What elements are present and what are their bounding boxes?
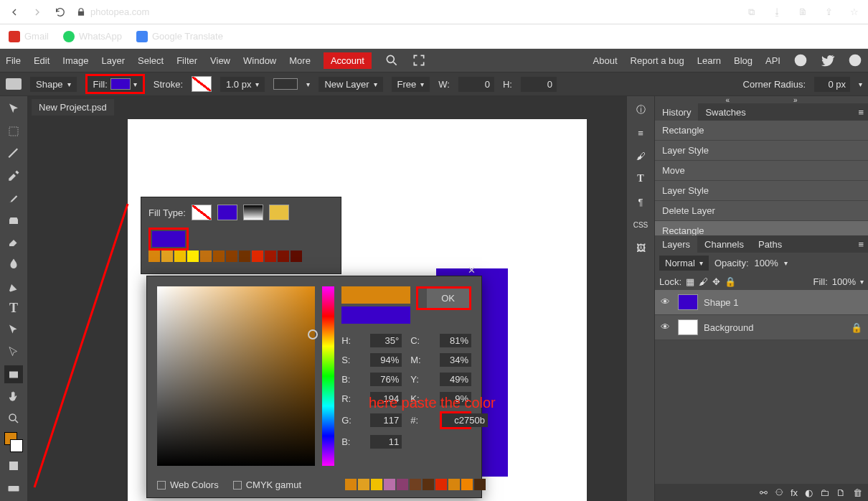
star-icon[interactable]: ☆ — [848, 6, 861, 19]
menu-image[interactable]: Image — [62, 55, 88, 66]
fill-type-pattern[interactable] — [269, 205, 289, 220]
swatch[interactable] — [187, 250, 199, 262]
stroke-style[interactable] — [273, 78, 298, 90]
tab-paths[interactable]: Paths — [751, 235, 789, 253]
css-panel-icon[interactable]: CSS — [631, 215, 650, 234]
menu-select[interactable]: Select — [138, 55, 164, 66]
lock-move-icon[interactable]: ✥ — [712, 276, 720, 287]
swatch[interactable] — [291, 250, 302, 262]
layer-fill-value[interactable]: 100% — [832, 276, 856, 287]
reddit-icon[interactable] — [793, 53, 808, 67]
keyboard-icon[interactable] — [4, 479, 23, 497]
g-input[interactable] — [370, 413, 402, 427]
swatch[interactable] — [213, 250, 225, 262]
swatch[interactable] — [239, 250, 250, 262]
menu-filter[interactable]: Filter — [176, 55, 197, 66]
paragraph-panel-icon[interactable]: ¶ — [631, 192, 650, 211]
back-button[interactable] — [7, 5, 22, 19]
newlayer-dropdown[interactable]: New Layer▾ — [319, 77, 382, 92]
k-input[interactable] — [440, 392, 471, 406]
fill-type-none[interactable] — [192, 205, 212, 220]
swatch[interactable] — [435, 479, 447, 490]
mask-icon[interactable]: ◐ — [805, 487, 813, 498]
free-dropdown[interactable]: Free▾ — [392, 77, 430, 92]
opacity-value[interactable]: 100% — [755, 258, 778, 268]
menu-report[interactable]: Report a bug — [631, 55, 684, 66]
swatch[interactable] — [461, 479, 473, 490]
history-item[interactable]: Layer Style — [655, 181, 868, 201]
tab-swatches[interactable]: Swatches — [698, 103, 753, 121]
swatch[interactable] — [423, 479, 434, 490]
lock-brush-icon[interactable]: 🖌 — [699, 276, 708, 287]
toggle-off-icon[interactable]: ⦵ — [775, 487, 783, 498]
ok-button[interactable]: OK — [427, 289, 469, 308]
fill-type-solid[interactable] — [217, 205, 237, 220]
layer-row-shape1[interactable]: 👁 Shape 1 — [655, 290, 868, 315]
swatch[interactable] — [161, 250, 173, 262]
fx-icon[interactable]: fx — [791, 487, 798, 498]
swatch[interactable] — [278, 250, 289, 262]
history-item[interactable]: Move — [655, 161, 868, 181]
eye-icon[interactable]: 👁 — [661, 322, 672, 333]
menu-learn[interactable]: Learn — [697, 55, 721, 66]
bookmark-gmail[interactable]: Gmail — [9, 31, 49, 42]
history-item[interactable]: Layer Style — [655, 141, 868, 161]
quickmask-tool[interactable] — [4, 456, 23, 474]
swatch[interactable] — [397, 479, 408, 490]
hex-input[interactable] — [442, 413, 488, 427]
h-input[interactable]: 0 — [521, 77, 557, 92]
swatch[interactable] — [174, 250, 186, 262]
lock-pixels-icon[interactable]: ▦ — [686, 276, 694, 287]
search-icon[interactable] — [385, 53, 399, 67]
forward-button[interactable] — [30, 5, 44, 19]
marquee-tool[interactable] — [4, 123, 23, 141]
blend-mode-dropdown[interactable]: Normal▾ — [659, 256, 709, 271]
swatch[interactable] — [200, 250, 212, 262]
menu-edit[interactable]: Edit — [34, 55, 49, 66]
saturation-value-box[interactable] — [157, 286, 315, 466]
fullscreen-icon[interactable] — [412, 53, 426, 67]
brush-panel-icon[interactable]: 🖌 — [631, 146, 650, 165]
menu-layer[interactable]: Layer — [102, 55, 126, 66]
hand-tool[interactable] — [4, 388, 23, 406]
m-input[interactable] — [440, 353, 471, 367]
c-input[interactable] — [440, 334, 471, 347]
s-input[interactable] — [370, 353, 402, 367]
current-fill-swatch[interactable] — [152, 231, 185, 247]
download-icon[interactable]: ⭳ — [770, 6, 783, 19]
swatch[interactable] — [410, 479, 421, 490]
bv-input[interactable] — [370, 373, 402, 386]
wand-tool[interactable] — [4, 145, 23, 163]
color-swatches[interactable] — [4, 432, 23, 453]
history-item[interactable]: Delete Layer — [655, 201, 868, 221]
link-layers-icon[interactable]: ⚯ — [760, 487, 768, 498]
r-input[interactable] — [370, 392, 402, 406]
character-panel-icon[interactable]: T — [631, 169, 650, 188]
url-bar[interactable]: photopea.com — [76, 6, 149, 17]
share-icon[interactable]: ⇪ — [822, 6, 835, 19]
panel-menu-icon[interactable]: ≡ — [854, 107, 868, 118]
stroke-swatch[interactable] — [192, 76, 212, 92]
menu-file[interactable]: File — [6, 55, 21, 66]
shape-mode-dropdown[interactable]: Shape▾ — [30, 77, 77, 92]
close-icon[interactable]: ✕ — [468, 265, 476, 276]
page-icon[interactable]: 🗎 — [796, 6, 809, 19]
reload-button[interactable] — [53, 5, 67, 19]
eyedropper-tool[interactable] — [4, 167, 23, 184]
web-colors-checkbox[interactable]: Web Colors — [157, 479, 219, 490]
history-item[interactable]: Rectangle — [655, 221, 868, 235]
swatch[interactable] — [148, 250, 160, 262]
folder-icon[interactable]: 🗀 — [820, 487, 829, 498]
y-input[interactable] — [440, 373, 471, 386]
swatch[interactable] — [474, 479, 486, 490]
image-panel-icon[interactable]: 🖼 — [631, 238, 650, 257]
hue-slider[interactable] — [322, 286, 334, 466]
h-input[interactable] — [370, 334, 402, 347]
swatch[interactable] — [252, 250, 263, 262]
menu-about[interactable]: About — [593, 55, 618, 66]
eye-icon[interactable]: 👁 — [661, 296, 672, 308]
info-panel-icon[interactable]: ⓘ — [631, 100, 650, 119]
menu-api[interactable]: API — [765, 55, 780, 66]
swatch[interactable] — [371, 479, 382, 490]
menu-blog[interactable]: Blog — [734, 55, 753, 66]
